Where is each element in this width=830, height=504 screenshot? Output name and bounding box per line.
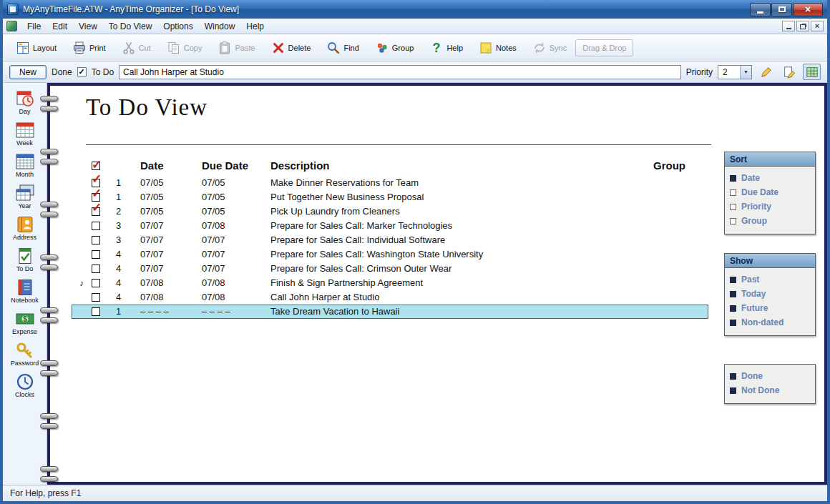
row-done-checkbox[interactable] xyxy=(92,279,100,287)
sidebar-item-notebook[interactable]: Notebook xyxy=(3,278,47,304)
priority-value: 2 xyxy=(723,67,728,77)
sidebar-item-day[interactable]: Day xyxy=(3,89,47,115)
help-icon: ? xyxy=(429,41,444,55)
sidebar-item-label: Notebook xyxy=(11,297,39,304)
menu-app-icon xyxy=(6,21,17,31)
row-date: 07/07 xyxy=(129,262,189,276)
toolbar-button-find[interactable]: Find xyxy=(319,37,366,59)
toolbar-button-help[interactable]: ?Help xyxy=(422,37,470,59)
menu-item-edit[interactable]: Edit xyxy=(47,20,73,33)
toolbar-button-print[interactable]: Print xyxy=(65,37,113,59)
sidebar-item-address[interactable]: Address xyxy=(3,215,47,241)
toolbar-button-paste[interactable]: Paste xyxy=(210,37,262,59)
row-done-checkbox[interactable] xyxy=(92,293,100,302)
row-description: Prepare for Sales Call: Individual Softw… xyxy=(259,233,653,247)
binder-ring-icon xyxy=(40,466,58,472)
minimize-button[interactable] xyxy=(750,3,771,16)
sort-panel-header: Sort xyxy=(725,152,815,167)
toolbar-button-delete[interactable]: Delete xyxy=(264,37,318,59)
print-icon xyxy=(72,41,87,55)
sidebar-item-expense[interactable]: $Expense xyxy=(3,310,47,335)
filter-option-due-date[interactable]: Due Date xyxy=(730,185,810,199)
filter-label: Priority xyxy=(741,202,771,212)
menu-item-view[interactable]: View xyxy=(73,20,103,33)
address-icon xyxy=(14,215,36,234)
grid-view-button[interactable] xyxy=(803,64,821,80)
todo-row[interactable]: 107/0507/05Make Dinner Reservations for … xyxy=(72,176,708,190)
binder-ring-icon xyxy=(40,265,58,270)
mdi-minimize-button[interactable] xyxy=(782,21,795,31)
todo-checkbox[interactable] xyxy=(77,67,87,76)
menu-item-options[interactable]: Options xyxy=(157,20,198,33)
priority-label: Priority xyxy=(686,67,713,77)
toolbar-button-layout[interactable]: Layout xyxy=(9,37,64,59)
row-date: – – – – xyxy=(129,305,189,319)
row-done-checkbox[interactable] xyxy=(92,236,100,244)
toolbar-button-label: Copy xyxy=(184,44,202,52)
filter-option-non-dated[interactable]: Non-dated xyxy=(730,315,810,330)
toolbar-button-group[interactable]: Group xyxy=(368,37,421,59)
sidebar-item-week[interactable]: Week xyxy=(3,121,47,147)
todo-row[interactable]: 1– – – –– – – –Take Dream Vacation to Ha… xyxy=(72,305,708,319)
todo-row[interactable]: ♪407/0807/08Finish & Sign Partnership Ag… xyxy=(72,276,708,290)
row-date: 07/05 xyxy=(129,190,189,204)
app-icon xyxy=(7,4,19,15)
notebook-icon xyxy=(14,278,36,297)
filter-label: Today xyxy=(741,289,766,299)
layout-icon xyxy=(16,41,30,55)
filter-option-done[interactable]: Done xyxy=(730,369,810,383)
menu-item-to-do-view[interactable]: To Do View xyxy=(103,20,157,33)
close-button[interactable]: × xyxy=(793,3,823,16)
menu-item-window[interactable]: Window xyxy=(199,20,241,33)
title-bar[interactable]: MyAnyTimeFile.ATW - AnyTime Organizer - … xyxy=(3,0,827,19)
toolbar-button-copy[interactable]: Copy xyxy=(160,37,210,59)
sidebar-item-clocks[interactable]: Clocks xyxy=(3,372,47,398)
filter-option-today[interactable]: Today xyxy=(730,287,810,301)
mdi-restore-button[interactable] xyxy=(796,21,809,31)
menu-bar-items: FileEditViewTo Do ViewOptionsWindowHelp xyxy=(21,20,270,33)
filter-option-group[interactable]: Group xyxy=(730,214,810,228)
sidebar-item-month[interactable]: Month xyxy=(3,152,47,178)
filter-checkbox xyxy=(730,204,736,210)
toolbar-button-sync[interactable]: Sync xyxy=(525,37,574,59)
todo-row[interactable]: 407/0707/07Prepare for Sales Call: Crims… xyxy=(72,262,708,276)
maximize-button[interactable] xyxy=(771,3,792,16)
todo-row[interactable]: 107/0507/05Put Together New Business Pro… xyxy=(72,190,708,204)
row-done-checkbox[interactable] xyxy=(92,207,100,216)
menu-item-file[interactable]: File xyxy=(21,20,47,33)
todo-row[interactable]: 307/0707/07Prepare for Sales Call: Indiv… xyxy=(72,233,708,247)
todo-row[interactable]: 407/0807/08Call John Harper at Studio xyxy=(72,290,708,305)
edit-pencil-button[interactable] xyxy=(757,64,775,80)
filter-option-priority[interactable]: Priority xyxy=(730,199,810,214)
grid-icon xyxy=(806,66,819,79)
row-done-checkbox[interactable] xyxy=(92,265,100,273)
todo-table: Date Due Date Description Group 107/0507… xyxy=(72,156,708,319)
toolbar-button-cut[interactable]: Cut xyxy=(114,37,158,59)
mdi-window-controls: × xyxy=(782,21,824,31)
week-icon xyxy=(14,121,36,139)
todo-row[interactable]: 407/0707/07Prepare for Sales Call: Washi… xyxy=(72,247,708,262)
filter-option-date[interactable]: Date xyxy=(730,171,810,185)
toolbar-button-label: Paste xyxy=(235,44,255,52)
todo-row[interactable]: 307/0707/08Prepare for Sales Call: Marke… xyxy=(72,219,708,233)
toolbar-button-notes[interactable]: Notes xyxy=(472,37,524,59)
row-done-checkbox[interactable] xyxy=(92,307,100,316)
row-date: 07/07 xyxy=(129,247,189,262)
priority-dropdown[interactable]: 2 ▼ xyxy=(718,65,752,79)
row-done-checkbox[interactable] xyxy=(92,222,100,230)
toolbar-button-drag-drop[interactable]: Drag & Drop xyxy=(575,39,633,56)
menu-item-help[interactable]: Help xyxy=(240,20,270,33)
filter-label: Future xyxy=(741,303,768,313)
todo-row[interactable]: 207/0507/05Pick Up Laundry from Cleaners xyxy=(72,204,708,219)
edit-form-button[interactable] xyxy=(780,64,798,80)
new-button[interactable]: New xyxy=(9,65,47,79)
filter-option-past[interactable]: Past xyxy=(730,272,810,287)
mdi-close-button[interactable]: × xyxy=(811,21,824,31)
filter-option-not-done[interactable]: Not Done xyxy=(730,383,810,397)
row-done-checkbox[interactable] xyxy=(92,250,100,259)
filter-option-future[interactable]: Future xyxy=(730,301,810,315)
task-description-input[interactable] xyxy=(119,65,681,79)
row-due-date: 07/07 xyxy=(189,247,259,262)
filter-checkbox xyxy=(730,218,736,224)
main-area: DayWeekMonthYearAddressTo DoNotebook$Exp… xyxy=(3,83,827,485)
